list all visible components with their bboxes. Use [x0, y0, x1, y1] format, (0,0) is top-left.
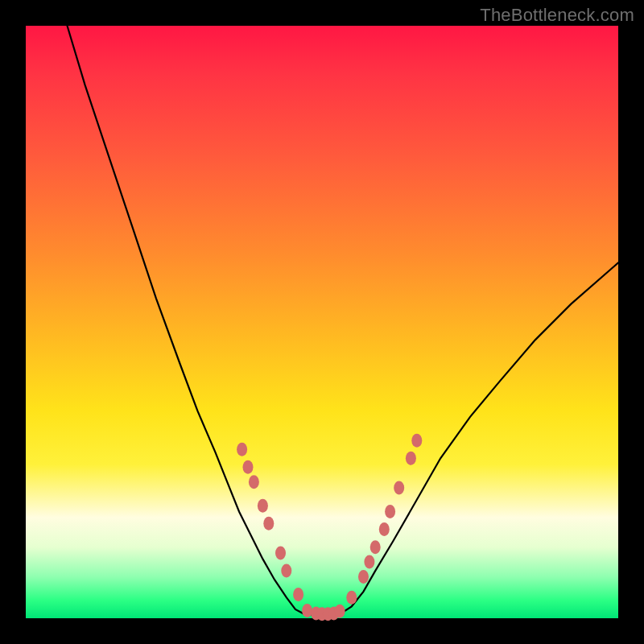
chart-frame: TheBottleneck.com: [0, 0, 644, 644]
data-point: [406, 452, 416, 465]
watermark-text: TheBottleneck.com: [480, 5, 634, 26]
data-point: [281, 564, 291, 578]
data-point: [358, 570, 369, 584]
plot-area: [26, 26, 618, 618]
data-point: [237, 443, 247, 456]
data-point: [346, 591, 357, 605]
data-point: [249, 475, 259, 489]
data-point: [379, 522, 390, 536]
data-point: [258, 499, 268, 513]
data-point: [335, 605, 345, 618]
data-point: [364, 555, 374, 569]
data-point: [275, 547, 286, 560]
data-point: [263, 517, 274, 530]
data-point: [370, 540, 381, 554]
bottleneck-curve: [68, 26, 619, 615]
data-point: [385, 505, 395, 518]
curve-layer: [26, 26, 618, 618]
data-point: [394, 481, 404, 495]
data-point: [302, 604, 312, 617]
data-point: [293, 588, 303, 601]
scatter-dots: [237, 434, 422, 621]
data-point: [411, 434, 422, 448]
data-point: [243, 460, 254, 474]
